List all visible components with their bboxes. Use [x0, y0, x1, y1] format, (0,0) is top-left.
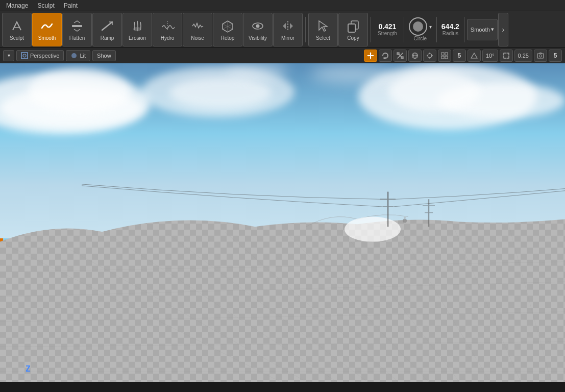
smooth-dropdown[interactable]: Smooth ▾	[467, 19, 498, 40]
menu-sculpt[interactable]: Sculpt	[33, 1, 58, 10]
grid-icon-btn[interactable]	[438, 50, 451, 62]
tool-smooth[interactable]: Smooth	[32, 13, 62, 46]
screenshot-icon-btn[interactable]	[534, 50, 547, 62]
smooth-icon	[39, 18, 55, 34]
tool-retop[interactable]: Retop	[213, 13, 242, 46]
strength-value[interactable]: 0.421	[378, 22, 396, 31]
lit-label: Lit	[80, 53, 86, 59]
tool-mirror-label: Mirror	[281, 35, 294, 41]
expand-icon-btn[interactable]	[500, 50, 513, 62]
move-icon-btn[interactable]	[364, 50, 377, 62]
noise-icon	[189, 18, 206, 34]
cloud-3	[28, 68, 130, 114]
svg-point-15	[71, 53, 77, 58]
tool-ramp[interactable]: Ramp	[92, 13, 122, 46]
angle-value: 10°	[486, 53, 495, 59]
show-btn[interactable]: Show	[92, 50, 116, 61]
radius-control: 644.2 Radius	[439, 22, 461, 36]
triangle-icon-btn[interactable]	[468, 50, 481, 62]
tool-noise[interactable]: Noise	[183, 13, 212, 46]
tool-sculpt-label: Sculpt	[10, 35, 24, 41]
svg-point-2	[133, 27, 141, 31]
scale-icon	[397, 52, 404, 59]
cloud-8	[388, 71, 480, 112]
show-label: Show	[97, 53, 111, 59]
lit-btn[interactable]: Lit	[66, 50, 90, 61]
tool-flatten-label: Flatten	[69, 35, 85, 41]
visibility-icon	[250, 18, 266, 34]
tool-noise-label: Noise	[191, 35, 204, 41]
svg-rect-13	[21, 53, 28, 59]
main-viewport[interactable]: Z	[0, 63, 565, 382]
copy-icon	[345, 18, 361, 34]
tool-mirror[interactable]: Mirror	[273, 13, 303, 46]
tool-smooth-label: Smooth	[38, 35, 56, 41]
angle-btn[interactable]: 10°	[482, 50, 498, 62]
flatten-icon	[69, 18, 85, 34]
toolbar-more-btn[interactable]: ›	[498, 13, 508, 46]
radius-label: Radius	[443, 31, 458, 36]
strength-label: Strength	[378, 31, 397, 36]
tool-hydro[interactable]: Hydro	[153, 13, 182, 46]
perspective-btn[interactable]: Perspective	[16, 50, 64, 61]
svg-rect-1	[72, 25, 82, 27]
last-num-btn[interactable]: 5	[549, 50, 562, 62]
tool-visibility-label: Visibility	[249, 35, 267, 41]
tool-copy-label: Copy	[347, 35, 359, 41]
toolbar-separator-5	[464, 17, 464, 42]
crosshair-icon	[426, 52, 433, 59]
num-5-btn[interactable]: 5	[453, 50, 466, 62]
svg-point-14	[23, 54, 26, 57]
expand-icon	[503, 52, 510, 59]
select-icon	[315, 18, 331, 34]
clouds-layer	[0, 63, 565, 160]
retop-icon	[219, 18, 236, 34]
scale-icon-btn[interactable]	[394, 50, 407, 62]
brush-shape-area: ▾ Circle	[407, 17, 434, 41]
brush-circle-indicator[interactable]	[409, 17, 427, 36]
svg-rect-36	[537, 54, 544, 58]
circle-dropdown-arrow[interactable]: ▾	[429, 24, 432, 30]
svg-point-70	[403, 219, 407, 223]
toolbar: Sculpt Smooth Flatten Ramp	[0, 11, 565, 48]
circle-label: Circle	[414, 36, 427, 41]
cloud-10	[311, 65, 392, 83]
viewport-dropdown-arrow: ▾	[8, 53, 10, 58]
triangle-icon	[471, 52, 478, 59]
svg-point-37	[539, 55, 542, 57]
tool-hydro-label: Hydro	[161, 35, 175, 41]
svg-point-71	[404, 217, 406, 219]
svg-rect-11	[348, 24, 355, 32]
svg-marker-18	[367, 55, 369, 56]
z-axis-label: Z	[26, 364, 31, 374]
hydro-icon	[159, 18, 176, 34]
smooth-dropdown-label: Smooth	[471, 27, 490, 33]
tool-copy[interactable]: Copy	[338, 13, 368, 46]
toolbar-separator-2	[371, 17, 371, 42]
radius-value[interactable]: 644.2	[441, 22, 459, 31]
rotate-icon	[382, 52, 389, 59]
svg-rect-31	[441, 53, 444, 55]
perspective-icon	[21, 52, 28, 59]
menu-manage[interactable]: Manage	[2, 1, 32, 10]
tool-flatten[interactable]: Flatten	[62, 13, 92, 46]
erosion-icon	[129, 18, 145, 34]
tool-visibility[interactable]: Visibility	[243, 13, 273, 46]
svg-rect-34	[445, 56, 448, 59]
toolbar-separator-4	[436, 17, 437, 42]
tool-erosion[interactable]: Erosion	[122, 13, 152, 46]
rotate-icon-btn[interactable]	[379, 50, 392, 62]
crosshair-icon-btn[interactable]	[423, 50, 436, 62]
world-icon-btn[interactable]	[408, 50, 422, 62]
cloud-9	[226, 63, 287, 79]
expand-value-btn[interactable]: 0.25	[514, 50, 532, 62]
mirror-icon	[280, 18, 296, 34]
tool-select[interactable]: Select	[308, 13, 338, 46]
viewport-dropdown-btn[interactable]: ▾	[3, 50, 14, 61]
menu-paint[interactable]: Paint	[60, 1, 82, 10]
viewport-header: ▾ Perspective Lit Show	[0, 48, 565, 63]
perspective-label: Perspective	[30, 53, 59, 59]
svg-point-8	[256, 24, 260, 28]
tool-sculpt[interactable]: Sculpt	[2, 13, 32, 46]
num-5-label: 5	[458, 52, 461, 59]
